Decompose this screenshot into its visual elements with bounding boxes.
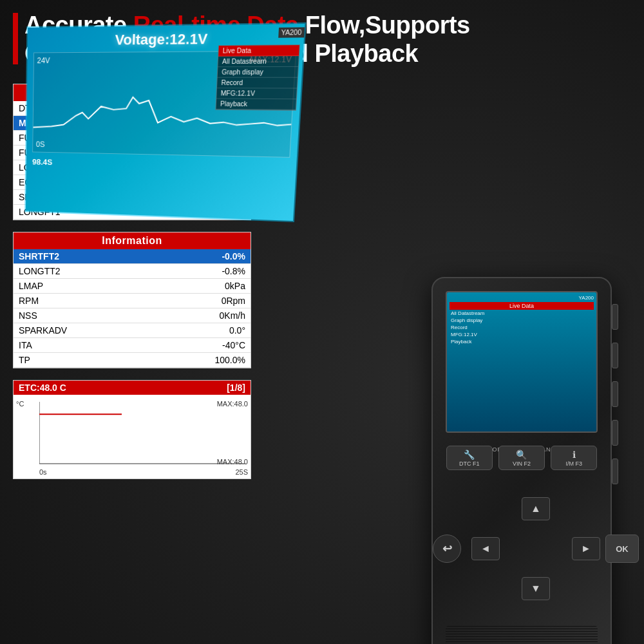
graph-title-right: [1/8] [227,383,245,393]
device-screen: YA200 Live Data All Datastream Graph dis… [446,291,598,433]
menu-item[interactable]: Live Data [218,45,299,57]
graph-panel: ETC:48.0 C [1/8] °C MAX:48.0 MAX:48.0 0s… [13,380,251,479]
im-button[interactable]: ℹ I/M F3 [551,446,597,470]
device-body-wrapper: YA200 Live Data All Datastream Graph dis… [412,174,631,625]
row-label: LMAP [14,279,153,294]
row-value: -40°C [153,338,251,353]
row-value: 0Rpm [153,294,251,308]
panel2-table: SHRTFT2-0.0%LONGTT2-0.8%LMAP0kPaRPM0RpmN… [14,249,251,368]
screen-mfg: MFG:12.1V [450,331,594,338]
table-row: LMAP0kPa [14,279,251,294]
row-value: -0.8% [153,264,251,279]
row-label: RPM [14,294,153,308]
vin-icon: 🔍 [516,450,527,460]
row-label: ITA [14,338,153,353]
graph-y-label: °C [16,400,24,408]
screen-live-data: Live Data [450,302,594,310]
menu-item[interactable]: MFG:12.1V [216,88,297,99]
row-value: 0.0° [153,323,251,338]
function-buttons: 🔧 DTC F1 🔍 VIN F2 ℹ I/M F3 [446,446,598,470]
screen-playback: Playback [450,338,594,345]
im-icon: ℹ [573,450,576,460]
row-value: 0Km/h [153,308,251,323]
row-label: TP [14,353,153,368]
graph-svg [39,400,245,466]
graph-title-left: ETC:48.0 C [19,383,66,393]
screen-bg: Voltage:12.1V 24V MAX:12.1V 0S Live Data… [26,24,305,221]
table-row: LONGTT2-0.8% [14,264,251,279]
nav-up-button[interactable]: ▲ [522,497,550,520]
table-row: SHRTFT2-0.0% [14,249,251,264]
back-button[interactable]: ↩ [433,535,461,563]
device-body: YA200 Live Data All Datastream Graph dis… [431,277,612,644]
graph-x-start: 0s [39,468,47,476]
im-label: I/M F3 [566,460,583,467]
ya200-badge: YA200 [278,27,305,37]
side-button-4[interactable] [612,420,618,446]
menu-item[interactable]: All Datastream [218,56,298,67]
panel2-header: Information [14,232,251,249]
nav-left-button[interactable]: ◄ [471,537,500,560]
table-row: NSS0Km/h [14,308,251,323]
dtc-icon: 🔧 [464,450,475,460]
header-accent-bar [13,13,18,64]
nav-down-button[interactable]: ▼ [522,577,550,600]
dtc-button[interactable]: 🔧 DTC F1 [446,446,493,470]
graph-header: ETC:48.0 C [1/8] [14,381,251,395]
screen-overlay: Voltage:12.1V 24V MAX:12.1V 0S Live Data… [24,23,306,222]
side-button-3[interactable] [612,381,618,407]
row-value: 0kPa [153,279,251,294]
side-button-2[interactable] [612,343,618,368]
table-row: SPARKADV0.0° [14,323,251,338]
graph-max-top: MAX:48.0 [217,400,248,408]
info-panel-2: Information SHRTFT2-0.0%LONGTT2-0.8%LMAP… [13,232,251,368]
screen-record: Record [450,324,594,331]
screen-menu: Live DataAll DatastreamGraph displayReco… [215,44,300,111]
row-label: SHRTFT2 [14,249,153,264]
menu-item[interactable]: Playback [216,99,296,110]
ya200-screen-label: YA200 [450,295,594,301]
screen-graph-display: Graph display [450,317,594,324]
speaker [446,626,598,644]
screen-content: YA200 Live Data All Datastream Graph dis… [447,292,596,431]
menu-item[interactable]: Graph display [218,67,298,78]
side-button-1[interactable] [612,304,618,330]
vin-label: VIN F2 [513,460,531,467]
graph-area: °C MAX:48.0 MAX:48.0 0s 25S [14,395,251,478]
nav-cluster: ↩ ▲ ◄ ► ▼ OK [471,497,600,600]
vin-button[interactable]: 🔍 VIN F2 [498,446,545,470]
row-value: -0.0% [153,249,251,264]
row-label: SPARKADV [14,323,153,338]
row-label: LONGTT2 [14,264,153,279]
table-row: ITA-40°C [14,338,251,353]
table-row: TP100.0% [14,353,251,368]
nav-right-button[interactable]: ► [572,537,600,560]
time-display: 98.4S [26,155,297,175]
menu-item[interactable]: Record [217,78,298,89]
screen-all-datastream: All Datastream [450,310,594,317]
dtc-label: DTC F1 [459,460,480,467]
graph-max-bottom: MAX:48.0 [217,458,248,466]
table-row: RPM0Rpm [14,294,251,308]
side-button-5[interactable] [612,459,618,484]
graph-x-end: 25S [235,468,248,476]
row-value: 100.0% [153,353,251,368]
row-label: NSS [14,308,153,323]
ok-button[interactable]: OK [605,535,639,563]
